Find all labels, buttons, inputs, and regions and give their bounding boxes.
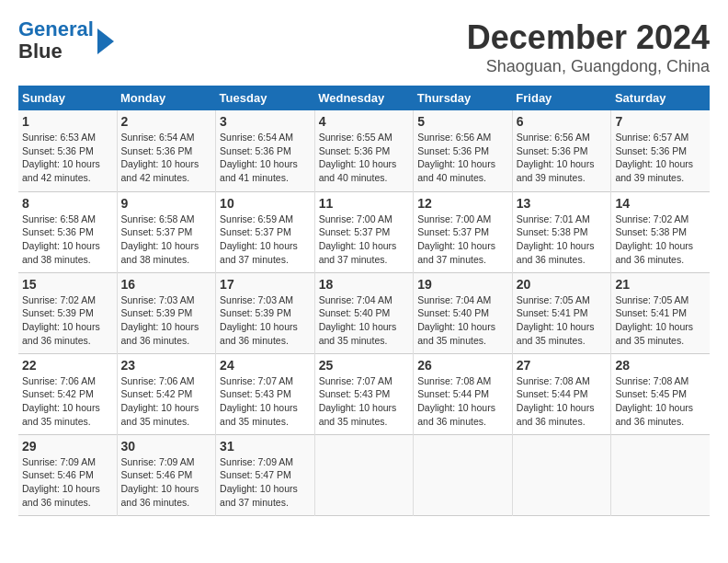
day-number: 29 [22, 439, 113, 454]
day-number: 22 [22, 358, 113, 373]
day-number: 24 [220, 358, 311, 373]
week-row-5: 29Sunrise: 7:09 AM Sunset: 5:46 PM Dayli… [18, 434, 710, 515]
day-cell: 3Sunrise: 6:54 AM Sunset: 5:36 PM Daylig… [216, 110, 315, 191]
logo-blue: Blue [18, 40, 63, 63]
logo: General Blue [18, 18, 114, 63]
day-number: 27 [517, 358, 608, 373]
day-cell: 19Sunrise: 7:04 AM Sunset: 5:40 PM Dayli… [414, 272, 513, 353]
day-number: 26 [417, 358, 508, 373]
day-cell: 18Sunrise: 7:04 AM Sunset: 5:40 PM Dayli… [314, 272, 414, 353]
day-number: 4 [319, 114, 410, 129]
day-cell: 2Sunrise: 6:54 AM Sunset: 5:36 PM Daylig… [117, 110, 216, 191]
day-cell: 13Sunrise: 7:01 AM Sunset: 5:38 PM Dayli… [512, 191, 611, 272]
day-number: 16 [121, 277, 212, 292]
day-cell [314, 434, 414, 515]
week-row-4: 22Sunrise: 7:06 AM Sunset: 5:42 PM Dayli… [18, 353, 710, 434]
calendar-subtitle: Shaoguan, Guangdong, China [467, 57, 710, 76]
day-detail: Sunrise: 6:54 AM Sunset: 5:36 PM Dayligh… [220, 132, 298, 183]
day-cell: 1Sunrise: 6:53 AM Sunset: 5:36 PM Daylig… [18, 110, 117, 191]
page-header: General Blue December 2024 Shaoguan, Gua… [18, 18, 710, 76]
day-cell: 10Sunrise: 6:59 AM Sunset: 5:37 PM Dayli… [216, 191, 315, 272]
day-detail: Sunrise: 7:02 AM Sunset: 5:39 PM Dayligh… [22, 294, 100, 346]
day-detail: Sunrise: 7:05 AM Sunset: 5:41 PM Dayligh… [615, 294, 693, 346]
day-cell: 9Sunrise: 6:58 AM Sunset: 5:37 PM Daylig… [117, 191, 216, 272]
day-cell: 4Sunrise: 6:55 AM Sunset: 5:36 PM Daylig… [314, 110, 414, 191]
day-detail: Sunrise: 7:08 AM Sunset: 5:44 PM Dayligh… [417, 375, 495, 427]
day-number: 5 [417, 114, 508, 129]
day-number: 1 [22, 114, 113, 129]
day-number: 30 [121, 439, 212, 454]
header-tuesday: Tuesday [216, 86, 315, 110]
logo-arrow-icon [97, 29, 114, 54]
day-detail: Sunrise: 6:54 AM Sunset: 5:36 PM Dayligh… [121, 132, 199, 183]
day-detail: Sunrise: 7:07 AM Sunset: 5:43 PM Dayligh… [220, 375, 298, 427]
day-cell: 26Sunrise: 7:08 AM Sunset: 5:44 PM Dayli… [414, 353, 513, 434]
day-detail: Sunrise: 6:58 AM Sunset: 5:36 PM Dayligh… [22, 213, 100, 265]
day-detail: Sunrise: 6:59 AM Sunset: 5:37 PM Dayligh… [220, 213, 298, 265]
day-number: 18 [319, 277, 410, 292]
day-detail: Sunrise: 7:02 AM Sunset: 5:38 PM Dayligh… [615, 213, 693, 265]
day-number: 19 [417, 277, 508, 292]
day-number: 23 [121, 358, 212, 373]
day-cell: 14Sunrise: 7:02 AM Sunset: 5:38 PM Dayli… [611, 191, 710, 272]
header-sunday: Sunday [18, 86, 117, 110]
day-detail: Sunrise: 6:58 AM Sunset: 5:37 PM Dayligh… [121, 213, 199, 265]
day-cell: 6Sunrise: 6:56 AM Sunset: 5:36 PM Daylig… [512, 110, 611, 191]
day-detail: Sunrise: 6:55 AM Sunset: 5:36 PM Dayligh… [319, 132, 397, 183]
calendar-table: SundayMondayTuesdayWednesdayThursdayFrid… [18, 86, 710, 516]
day-detail: Sunrise: 7:04 AM Sunset: 5:40 PM Dayligh… [319, 294, 397, 346]
day-cell: 17Sunrise: 7:03 AM Sunset: 5:39 PM Dayli… [216, 272, 315, 353]
day-number: 14 [615, 196, 706, 211]
title-block: December 2024 Shaoguan, Guangdong, China [467, 18, 710, 76]
day-detail: Sunrise: 6:56 AM Sunset: 5:36 PM Dayligh… [417, 132, 495, 183]
day-cell: 25Sunrise: 7:07 AM Sunset: 5:43 PM Dayli… [314, 353, 414, 434]
day-cell: 24Sunrise: 7:07 AM Sunset: 5:43 PM Dayli… [216, 353, 315, 434]
day-cell: 30Sunrise: 7:09 AM Sunset: 5:46 PM Dayli… [117, 434, 216, 515]
day-cell: 22Sunrise: 7:06 AM Sunset: 5:42 PM Dayli… [18, 353, 117, 434]
day-number: 10 [220, 196, 311, 211]
day-detail: Sunrise: 6:57 AM Sunset: 5:36 PM Dayligh… [615, 132, 693, 183]
day-detail: Sunrise: 7:05 AM Sunset: 5:41 PM Dayligh… [517, 294, 595, 346]
day-detail: Sunrise: 7:09 AM Sunset: 5:46 PM Dayligh… [22, 456, 100, 508]
day-number: 21 [615, 277, 706, 292]
week-row-3: 15Sunrise: 7:02 AM Sunset: 5:39 PM Dayli… [18, 272, 710, 353]
header-saturday: Saturday [611, 86, 710, 110]
day-detail: Sunrise: 7:07 AM Sunset: 5:43 PM Dayligh… [319, 375, 397, 427]
calendar-body: 1Sunrise: 6:53 AM Sunset: 5:36 PM Daylig… [18, 110, 710, 515]
calendar-header: SundayMondayTuesdayWednesdayThursdayFrid… [18, 86, 710, 110]
week-row-1: 1Sunrise: 6:53 AM Sunset: 5:36 PM Daylig… [18, 110, 710, 191]
day-detail: Sunrise: 7:03 AM Sunset: 5:39 PM Dayligh… [220, 294, 298, 346]
day-cell: 29Sunrise: 7:09 AM Sunset: 5:46 PM Dayli… [18, 434, 117, 515]
day-detail: Sunrise: 7:08 AM Sunset: 5:44 PM Dayligh… [517, 375, 595, 427]
day-cell: 8Sunrise: 6:58 AM Sunset: 5:36 PM Daylig… [18, 191, 117, 272]
day-number: 6 [517, 114, 608, 129]
logo-text: General Blue [18, 18, 94, 63]
day-cell: 5Sunrise: 6:56 AM Sunset: 5:36 PM Daylig… [414, 110, 513, 191]
day-number: 8 [22, 196, 113, 211]
header-monday: Monday [117, 86, 216, 110]
day-detail: Sunrise: 6:53 AM Sunset: 5:36 PM Dayligh… [22, 132, 100, 183]
day-cell: 11Sunrise: 7:00 AM Sunset: 5:37 PM Dayli… [314, 191, 414, 272]
header-wednesday: Wednesday [314, 86, 414, 110]
logo-general: General [18, 17, 94, 40]
day-cell: 23Sunrise: 7:06 AM Sunset: 5:42 PM Dayli… [117, 353, 216, 434]
day-detail: Sunrise: 7:01 AM Sunset: 5:38 PM Dayligh… [517, 213, 595, 265]
day-number: 3 [220, 114, 311, 129]
day-detail: Sunrise: 6:56 AM Sunset: 5:36 PM Dayligh… [517, 132, 595, 183]
day-detail: Sunrise: 7:00 AM Sunset: 5:37 PM Dayligh… [417, 213, 495, 265]
day-number: 15 [22, 277, 113, 292]
week-row-2: 8Sunrise: 6:58 AM Sunset: 5:36 PM Daylig… [18, 191, 710, 272]
day-detail: Sunrise: 7:04 AM Sunset: 5:40 PM Dayligh… [417, 294, 495, 346]
day-cell [414, 434, 513, 515]
day-cell: 21Sunrise: 7:05 AM Sunset: 5:41 PM Dayli… [611, 272, 710, 353]
day-detail: Sunrise: 7:09 AM Sunset: 5:47 PM Dayligh… [220, 456, 298, 508]
day-number: 9 [121, 196, 212, 211]
day-cell: 12Sunrise: 7:00 AM Sunset: 5:37 PM Dayli… [414, 191, 513, 272]
day-number: 28 [615, 358, 706, 373]
day-cell [512, 434, 611, 515]
header-thursday: Thursday [414, 86, 513, 110]
day-number: 25 [319, 358, 410, 373]
day-detail: Sunrise: 7:06 AM Sunset: 5:42 PM Dayligh… [121, 375, 199, 427]
day-detail: Sunrise: 7:08 AM Sunset: 5:45 PM Dayligh… [615, 375, 693, 427]
day-number: 7 [615, 114, 706, 129]
